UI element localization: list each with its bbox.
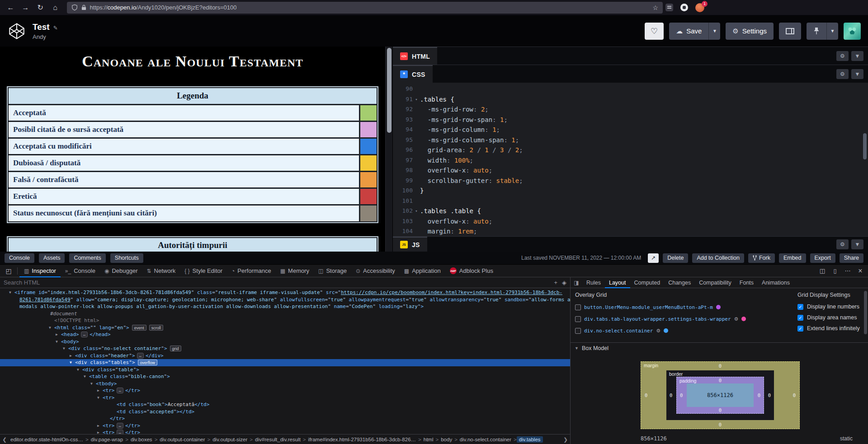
sidebar-scrollbar[interactable] [864,291,867,334]
add-to-collection-button[interactable]: Add to Collection [692,253,744,263]
devtools-tab-inspector[interactable]: ▥Inspector [19,265,61,277]
border-right-value[interactable]: 0 [768,393,771,398]
devtools-tab-application[interactable]: ▩Application [400,265,445,277]
grid-color-swatch[interactable] [664,328,668,333]
like-button[interactable]: ♡ [645,23,664,40]
grid-badge[interactable]: grid [170,346,181,351]
grid-settings-gear-icon[interactable]: ⚙ [656,328,660,334]
markup-node[interactable]: ▼<html class="" lang="en">eventscroll [0,324,570,332]
css-code-editor[interactable]: 9091▾.tables {92 -ms-grid-row: 2;93 -ms-… [393,83,868,236]
breadcrumb-item[interactable]: iframe#index.html-27931b56-18b6-3dcb-826… [306,436,418,443]
breadcrumb-item[interactable]: div.tables [517,436,543,443]
twisty-icon[interactable]: ▼ [63,345,68,352]
sidebar-tab-rules[interactable]: Rules [582,277,605,288]
layout-button[interactable] [779,23,801,40]
devtools-close-icon[interactable]: × [854,267,866,275]
preview-scrollbar-thumb[interactable] [387,48,392,133]
markup-node[interactable]: ▼<div class="tables">overflow [0,359,570,366]
footer-tab-shortcuts[interactable]: Shortcuts [110,253,143,263]
devtools-tab-storage[interactable]: ◫Storage [314,265,351,277]
devtools-tab-debugger[interactable]: ◉Debugger [100,265,142,277]
tab-html[interactable]: </> HTML [393,47,437,65]
overflow-badge[interactable]: overflow [138,360,158,365]
devtools-tab-accessibility[interactable]: ⊙Accessibility [351,265,400,277]
collapsed-ellipsis[interactable]: … [117,430,123,434]
js-editor-gear-button[interactable]: ⚙ [836,239,849,249]
markup-node[interactable]: ▶<tr>…</tr> [0,429,570,434]
sidebar-tab-compatibility[interactable]: Compatibility [695,277,736,288]
padding-top-value[interactable]: 0 [719,378,722,383]
markup-node[interactable]: ▶<tr>…</tr> [0,387,570,394]
markup-node[interactable]: ▶<head>…</head> [0,331,570,338]
footer-tab-assets[interactable]: Assets [39,253,65,263]
css-editor-gear-button[interactable]: ⚙ [836,69,849,79]
pick-element-button[interactable]: ◰ [2,267,15,275]
pin-button[interactable] [807,23,826,40]
tracking-shield-icon[interactable] [71,4,78,11]
devtools-tab-adblock-plus[interactable]: ABPAdblock Plus [445,265,498,277]
breadcrumb-item[interactable]: div.boxes [128,436,155,443]
grid-settings-gear-icon[interactable]: ⚙ [734,316,739,322]
twisty-icon[interactable]: ▶ [56,331,61,338]
codepen-logo-icon[interactable] [7,22,26,41]
fold-arrow[interactable]: ▾ [413,206,420,216]
twisty-icon[interactable]: ▼ [49,324,54,332]
collapsed-ellipsis[interactable]: … [117,423,123,429]
twisty-icon[interactable]: ▶ [97,422,103,430]
breadcrumb-item[interactable]: div#result_div.result [253,436,303,443]
split-console-icon[interactable]: ◫ [816,267,828,274]
padding-left-value[interactable]: 0 [680,393,683,398]
open-preview-button[interactable]: ↗ [648,253,659,263]
markup-node[interactable]: ▶<div class="header">…</div> [0,352,570,360]
delete-button[interactable]: Delete [663,253,688,263]
markup-node[interactable]: ▼<table class="bible-canon"> [0,373,570,380]
html-editor-collapse-button[interactable]: ▼ [851,51,863,61]
breadcrumb-item[interactable]: div.page-wrap [89,436,125,443]
export-button[interactable]: Export [810,253,835,263]
markup-node[interactable]: #document [0,310,570,318]
collapsed-ellipsis[interactable]: … [137,353,144,359]
markup-node[interactable]: 8261-781d86fda549" allow="camera; displa… [0,296,570,304]
save-dropdown-button[interactable]: ▼ [708,23,720,40]
js-editor-collapse-button[interactable]: ▼ [851,239,863,249]
twisty-icon[interactable]: ▼ [70,359,75,366]
pen-author[interactable]: Andy [33,33,58,40]
grid-checkbox[interactable] [575,316,581,322]
tab-js[interactable]: JS JS [393,237,427,252]
markup-node[interactable]: </tr> [0,415,570,422]
breadcrumb-scroll-left-icon[interactable]: ❮ [1,436,8,443]
sidebar-tab-computed[interactable]: Computed [630,277,665,288]
breadcrumb-item[interactable]: editor.editor.state-htmlOn-css… [8,436,85,443]
sidebar-tab-changes[interactable]: Changes [664,277,695,288]
breadcrumb-item[interactable]: div.output-container [157,436,207,443]
markup-node[interactable]: ▼<tbody> [0,380,570,388]
padding-right-value[interactable]: 0 [758,393,760,398]
setting-checkbox[interactable]: ✓ [797,315,803,321]
search-html-input[interactable]: Search HTML [4,279,549,286]
markup-node[interactable]: modals allow-pointer-lock allow-popups a… [0,303,570,310]
collapsed-ellipsis[interactable]: … [81,332,88,337]
breadcrumb-item[interactable]: html [421,436,436,443]
devtools-tab-style-editor[interactable]: { }Style Editor [180,265,227,277]
markup-node[interactable]: ▼<iframe id="index.html-27931b56-18b6-3d… [0,289,570,296]
fold-arrow[interactable]: ▾ [413,94,420,105]
devtools-menu-icon[interactable]: ⋯ [842,267,854,274]
box-model-header[interactable]: ▼ Box Model [571,342,868,353]
sidebar-tab-fonts[interactable]: Fonts [736,277,758,288]
breadcrumb-item[interactable]: body [439,436,454,443]
markup-node[interactable]: ▼<body> [0,338,570,346]
twisty-icon[interactable]: ▶ [70,352,75,360]
bookmark-star-icon[interactable]: ☆ [652,4,658,11]
url-bar[interactable]: https://codepen.io/Andy1020/pen/jOKBjzE?… [67,2,663,14]
markup-node[interactable]: <td class="accepted"></td> [0,408,570,416]
margin-right-value[interactable]: 0 [793,393,796,398]
scroll-badge[interactable]: scroll [149,325,163,331]
margin-left-value[interactable]: 0 [645,393,647,398]
sidebar-tab-animations[interactable]: Animations [758,277,794,288]
grid-color-swatch[interactable] [716,305,721,309]
setting-checkbox[interactable]: ✓ [797,304,803,310]
share-button[interactable]: Share [840,253,863,263]
html-editor-gear-button[interactable]: ⚙ [836,51,849,61]
lock-icon[interactable] [81,5,86,10]
footer-tab-console[interactable]: Console [5,253,34,263]
